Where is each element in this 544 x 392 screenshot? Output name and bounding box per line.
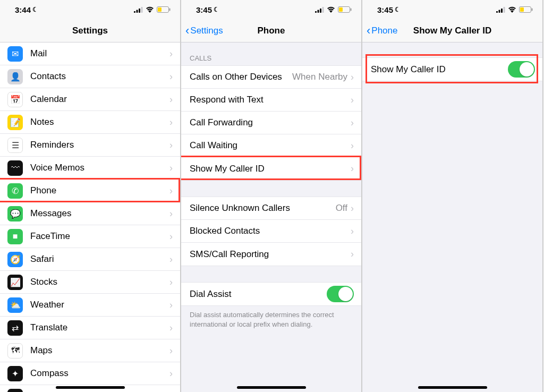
chevron-right-icon: ›	[351, 163, 354, 174]
list-item-sms-call-reporting[interactable]: SMS/Call Reporting›	[181, 243, 361, 266]
list-item-value: When Nearby	[292, 72, 347, 82]
list-item-show-my-caller-id[interactable]: Show My Caller ID›	[181, 157, 361, 180]
settings-item-maps[interactable]: 🗺Maps›	[0, 339, 180, 362]
settings-item-reminders[interactable]: ☰Reminders›	[0, 134, 180, 157]
page-title: Show My Caller ID	[413, 25, 491, 36]
nav-bar: ‹ Phone Show My Caller ID	[362, 19, 542, 42]
chevron-right-icon: ›	[351, 117, 354, 129]
toggle-switch[interactable]	[327, 286, 354, 302]
chevron-right-icon: ›	[169, 94, 173, 105]
battery-icon	[519, 6, 533, 13]
list-item-respond-with-text[interactable]: Respond with Text›	[181, 89, 361, 112]
chevron-right-icon: ›	[169, 368, 173, 379]
wifi-icon	[508, 6, 516, 13]
page-title: Settings	[72, 25, 108, 36]
status-indicators	[496, 6, 533, 13]
settings-list[interactable]: ✉Mail›👤Contacts›📅Calendar›📝Notes›☰Remind…	[0, 42, 180, 392]
chevron-left-icon: ‹	[185, 25, 189, 37]
chevron-right-icon: ›	[169, 322, 173, 334]
dial-assist-group: Dial Assist	[181, 282, 361, 306]
svg-rect-5	[158, 7, 162, 12]
list-item-dial-assist[interactable]: Dial Assist	[181, 283, 361, 305]
page-title: Phone	[258, 25, 285, 36]
settings-item-phone[interactable]: ✆Phone›	[0, 180, 180, 202]
status-indicators	[134, 6, 171, 13]
svg-rect-13	[351, 8, 352, 11]
settings-item-messages[interactable]: 💬Messages›	[0, 202, 180, 225]
status-bar: 3:45 ☾	[362, 0, 542, 19]
callers-group: Silence Unknown CallersOff›Blocked Conta…	[181, 197, 361, 266]
dnd-moon-icon: ☾	[395, 6, 401, 13]
stocks-icon: 📈	[7, 275, 23, 290]
notes-icon: 📝	[7, 115, 23, 130]
chevron-right-icon: ›	[169, 48, 173, 59]
back-button[interactable]: ‹ Phone	[367, 19, 398, 42]
chevron-right-icon: ›	[351, 226, 354, 237]
chevron-right-icon: ›	[169, 208, 173, 219]
wifi-icon	[327, 6, 335, 13]
settings-item-contacts[interactable]: 👤Contacts›	[0, 65, 180, 88]
svg-rect-10	[322, 7, 324, 13]
list-item-show-my-caller-id[interactable]: Show My Caller ID	[362, 58, 542, 81]
settings-item-stocks[interactable]: 📈Stocks›	[0, 271, 180, 294]
chevron-right-icon: ›	[351, 203, 354, 214]
chevron-right-icon: ›	[169, 140, 173, 151]
chevron-right-icon: ›	[169, 163, 173, 174]
messages-icon: 💬	[7, 206, 23, 221]
chevron-right-icon: ›	[169, 71, 173, 82]
list-item-call-forwarding[interactable]: Call Forwarding›	[181, 112, 361, 134]
list-item-value: Off	[336, 203, 347, 214]
settings-item-voice-memos[interactable]: 〰Voice Memos›	[0, 157, 180, 180]
settings-item-notes[interactable]: 📝Notes›	[0, 111, 180, 134]
svg-rect-16	[501, 8, 503, 13]
settings-item-label: Phone	[30, 185, 169, 196]
home-indicator[interactable]	[237, 386, 306, 389]
settings-item-facetime[interactable]: ■FaceTime›	[0, 225, 180, 248]
settings-group: ✉Mail›👤Contacts›📅Calendar›📝Notes›☰Remind…	[0, 42, 180, 392]
list-item-silence-unknown-callers[interactable]: Silence Unknown CallersOff›	[181, 197, 361, 220]
list-item-call-waiting[interactable]: Call Waiting›	[181, 134, 361, 157]
cellular-icon	[315, 7, 324, 13]
status-indicators	[315, 6, 352, 13]
caller-id-screen: 3:45 ☾ ‹ Phone Show My Caller ID Show My…	[362, 0, 543, 392]
back-label: Phone	[371, 25, 397, 36]
phone-settings-list[interactable]: CALLS Calls on Other DevicesWhen Nearby›…	[181, 42, 361, 392]
list-item-calls-on-other-devices[interactable]: Calls on Other DevicesWhen Nearby›	[181, 66, 361, 89]
svg-rect-17	[504, 7, 505, 13]
chevron-right-icon: ›	[169, 231, 173, 242]
settings-screen: 3:44 ☾ Settings ✉Mail›👤Contacts›📅Calenda…	[0, 0, 181, 392]
settings-item-weather[interactable]: ⛅Weather›	[0, 294, 180, 317]
toggle-switch[interactable]	[508, 61, 535, 78]
list-item-label: Blocked Contacts	[190, 226, 351, 236]
status-bar: 3:45 ☾	[181, 0, 361, 19]
svg-rect-2	[139, 8, 140, 13]
reminders-icon: ☰	[7, 138, 23, 153]
settings-item-calendar[interactable]: 📅Calendar›	[0, 88, 180, 111]
chevron-right-icon: ›	[351, 249, 354, 260]
settings-item-label: Compass	[30, 368, 169, 379]
settings-item-compass[interactable]: ✦Compass›	[0, 362, 180, 385]
settings-item-safari[interactable]: 🧭Safari›	[0, 248, 180, 271]
dial-assist-footer: Dial assist automatically determines the…	[181, 306, 361, 333]
settings-item-translate[interactable]: ⇄Translate›	[0, 317, 180, 339]
phone-icon: ✆	[7, 183, 23, 199]
back-button[interactable]: ‹ Settings	[185, 19, 223, 42]
list-item-label: Silence Unknown Callers	[190, 203, 336, 214]
list-item-label: Calls on Other Devices	[190, 72, 292, 82]
voice-memos-icon: 〰	[7, 160, 23, 176]
calendar-icon: 📅	[7, 92, 23, 107]
dnd-moon-icon: ☾	[214, 6, 219, 13]
home-indicator[interactable]	[56, 386, 125, 389]
chevron-right-icon: ›	[169, 300, 173, 311]
cellular-icon	[496, 7, 505, 13]
home-indicator[interactable]	[418, 386, 487, 389]
section-header-calls: CALLS	[181, 42, 361, 65]
list-item-label: SMS/Call Reporting	[190, 249, 351, 260]
measure-icon: 📏	[7, 389, 23, 393]
back-label: Settings	[190, 25, 223, 36]
svg-rect-15	[499, 10, 500, 13]
settings-item-mail[interactable]: ✉Mail›	[0, 42, 180, 65]
contacts-icon: 👤	[7, 69, 23, 84]
settings-item-label: Stocks	[30, 277, 169, 287]
list-item-blocked-contacts[interactable]: Blocked Contacts›	[181, 220, 361, 243]
